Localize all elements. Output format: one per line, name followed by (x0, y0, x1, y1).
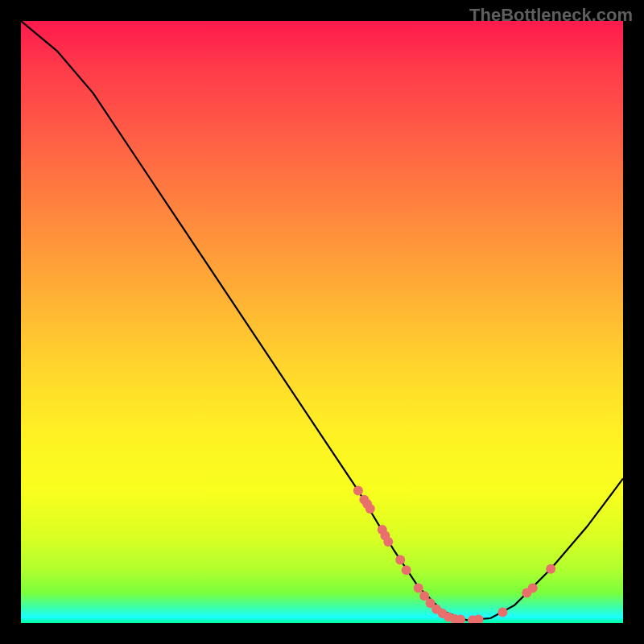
watermark-text: TheBottleneck.com (469, 5, 633, 26)
chart-svg (21, 21, 623, 623)
data-point (365, 504, 375, 514)
data-point (383, 537, 393, 547)
data-point (528, 584, 538, 593)
data-point (497, 608, 507, 617)
data-point (546, 564, 555, 574)
curve-line (21, 21, 623, 620)
data-point (395, 555, 405, 565)
data-point (353, 485, 363, 495)
data-point (414, 584, 423, 593)
data-point (402, 565, 411, 575)
chart-area (21, 21, 623, 623)
data-points (353, 485, 555, 623)
data-point (474, 615, 484, 624)
